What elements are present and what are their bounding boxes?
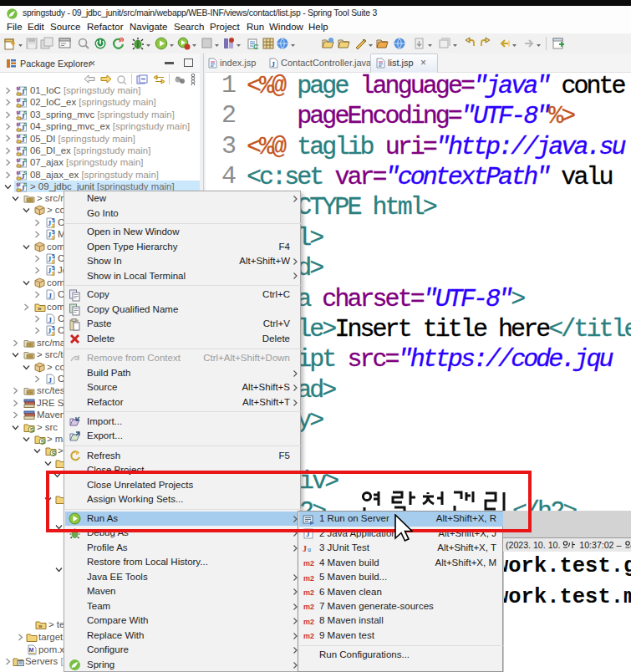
svg-text:8: 8 (52, 235, 55, 240)
svg-text:S: S (23, 182, 27, 187)
svg-text:M: M (17, 86, 21, 91)
svg-text:M: M (17, 110, 21, 115)
svg-text:m2: m2 (303, 588, 314, 597)
svg-text:S: S (23, 158, 27, 163)
svg-text:5: 5 (52, 325, 55, 331)
svg-text:M: M (17, 158, 21, 163)
svg-text:C: C (253, 43, 259, 50)
svg-text:m2: m2 (303, 559, 314, 568)
svg-text:5: 5 (52, 265, 55, 271)
svg-text:S: S (23, 110, 27, 115)
svg-text:8: 8 (52, 223, 55, 228)
svg-text:M: M (17, 122, 21, 127)
svg-text:S: S (23, 98, 27, 103)
svg-text:S: S (52, 451, 56, 456)
svg-text:8: 8 (52, 271, 55, 276)
svg-text:8: 8 (52, 259, 55, 264)
svg-text:J: J (303, 544, 307, 553)
svg-text:S: S (41, 438, 45, 444)
svg-text:S: S (23, 122, 27, 127)
svg-text:S: S (23, 171, 27, 176)
svg-text:5: 5 (52, 229, 55, 235)
svg-text:M: M (17, 182, 21, 187)
svg-text:m2: m2 (303, 618, 314, 626)
svg-text:»: » (38, 305, 42, 313)
svg-text:J: J (48, 315, 53, 323)
svg-text:m2: m2 (303, 632, 314, 640)
svg-text:S: S (30, 426, 34, 432)
svg-text:S: S (23, 146, 27, 151)
svg-text:»: » (38, 623, 43, 630)
svg-text:J: J (48, 375, 53, 384)
svg-text:m2: m2 (303, 603, 314, 611)
svg-text:8: 8 (52, 331, 55, 336)
svg-text:M: M (17, 98, 21, 103)
svg-text:J: J (48, 292, 53, 300)
svg-text:S: S (23, 86, 27, 91)
svg-text:M: M (17, 134, 21, 139)
svg-text:m2: m2 (303, 574, 314, 583)
svg-text:M: M (29, 647, 34, 653)
svg-text:5: 5 (52, 253, 55, 259)
svg-text:S: S (23, 134, 27, 139)
svg-text:5: 5 (52, 217, 55, 223)
svg-text:u: u (308, 546, 311, 553)
svg-text:M: M (17, 146, 21, 151)
svg-text:M: M (17, 171, 21, 176)
svg-text:9: 9 (120, 38, 123, 43)
svg-text:J: J (272, 59, 276, 68)
